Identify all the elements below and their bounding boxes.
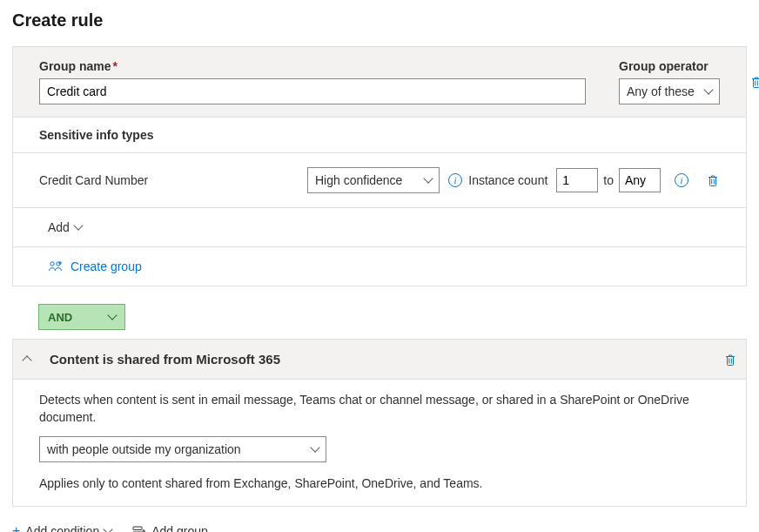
condition-body: Detects when content is sent in email me… <box>13 380 746 506</box>
instance-max-input[interactable] <box>619 168 661 192</box>
svg-rect-2 <box>133 527 142 530</box>
chevron-down-icon <box>310 443 319 453</box>
logic-operator-value: AND <box>48 311 72 324</box>
instance-count-label: Instance count <box>468 173 547 187</box>
sensitive-type-row: Credit Card Number High confidence i Ins… <box>13 152 746 207</box>
condition-header: Content is shared from Microsoft 365 <box>13 340 746 380</box>
share-scope-value: with people outside my organization <box>47 442 241 456</box>
trash-icon <box>706 173 720 187</box>
group-name-label: Group name* <box>39 59 586 73</box>
group-header: Group name* Group operator Any of these <box>13 47 746 117</box>
add-sit-button[interactable]: Add <box>13 207 746 246</box>
chevron-up-icon <box>22 355 31 365</box>
chevron-down-icon <box>73 220 83 230</box>
condition-description: Detects when content is sent in email me… <box>39 392 720 426</box>
required-star: * <box>112 59 117 73</box>
condition-title: Content is shared from Microsoft 365 <box>50 352 280 367</box>
chevron-down-icon <box>423 173 433 183</box>
group-operator-value: Any of these <box>627 84 695 98</box>
sit-name: Credit Card Number <box>39 173 307 187</box>
create-group-label: Create group <box>71 259 142 273</box>
add-group-icon <box>132 525 146 532</box>
info-icon[interactable]: i <box>448 173 462 187</box>
add-group-button[interactable]: Add group <box>132 524 208 532</box>
confidence-select[interactable]: High confidence <box>307 167 440 193</box>
add-condition-button[interactable]: + Add condition <box>12 524 111 532</box>
share-scope-select[interactable]: with people outside my organization <box>39 436 326 462</box>
add-condition-label: Add condition <box>25 524 99 532</box>
page-title: Create rule <box>12 10 747 30</box>
delete-sit-button[interactable] <box>706 173 720 187</box>
chevron-down-icon <box>107 310 117 320</box>
create-group-button[interactable]: Create group <box>13 246 746 286</box>
trash-icon <box>749 75 759 89</box>
group-panel: Group name* Group operator Any of these … <box>12 46 747 286</box>
add-group-label: Add group <box>151 524 208 532</box>
confidence-value: High confidence <box>315 173 402 187</box>
condition-note: Applies only to content shared from Exch… <box>39 476 720 490</box>
condition-panel: Content is shared from Microsoft 365 Det… <box>12 339 747 507</box>
group-operator-label: Group operator <box>619 59 720 73</box>
svg-point-0 <box>50 262 54 266</box>
instance-to: to <box>603 173 614 187</box>
instance-count-block: Instance count to i <box>468 168 720 192</box>
trash-icon <box>723 353 737 367</box>
instance-min-input[interactable] <box>556 168 598 192</box>
group-operator-select[interactable]: Any of these <box>619 78 720 104</box>
add-label: Add <box>48 220 70 234</box>
plus-icon: + <box>12 524 20 532</box>
info-icon[interactable]: i <box>675 173 688 187</box>
chevron-down-icon <box>104 525 113 532</box>
create-group-icon <box>48 259 64 273</box>
group-name-input[interactable] <box>39 78 586 104</box>
chevron-down-icon <box>703 84 713 94</box>
collapse-toggle[interactable] <box>24 353 30 367</box>
sensitive-types-header: Sensitive info types <box>13 117 746 152</box>
group-name-label-text: Group name <box>39 59 111 73</box>
delete-condition-button[interactable] <box>723 353 737 367</box>
logic-operator-select[interactable]: AND <box>38 304 125 330</box>
delete-group-button[interactable] <box>746 71 759 92</box>
footer-actions: + Add condition Add group <box>12 524 747 532</box>
